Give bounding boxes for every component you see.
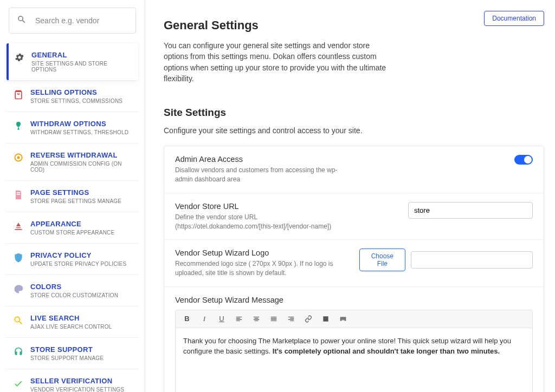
- align-left-icon[interactable]: [234, 315, 244, 323]
- underline-icon[interactable]: U: [217, 315, 227, 323]
- admin-access-toggle[interactable]: [514, 155, 533, 165]
- sidebar-item-colors[interactable]: COLORSSTORE COLOR CUSTOMIZATION: [5, 275, 139, 306]
- gear-icon: [14, 52, 25, 63]
- align-justify-icon[interactable]: [269, 315, 279, 323]
- image-icon[interactable]: [321, 315, 331, 323]
- row-vendor-store-url: Vendor Store URL Define the vendor store…: [164, 193, 544, 240]
- editor-toolbar: B I U: [176, 310, 532, 328]
- store-url-input[interactable]: [408, 202, 533, 219]
- row-desc: Disallow vendors and customers from acce…: [175, 166, 343, 184]
- row-title: Admin Area Access: [175, 155, 343, 164]
- row-wizard-logo: Vendor Setup Wizard Logo Recommended log…: [164, 240, 544, 287]
- page-icon: [13, 190, 24, 200]
- sidebar-item-page-settings[interactable]: PAGE SETTINGSSTORE PAGE SETTINGS MANAGE: [5, 181, 139, 212]
- sidebar-item-store-support[interactable]: STORE SUPPORTSTORE SUPPORT MANAGE: [5, 338, 139, 369]
- richtext-editor: B I U Thank you for choosing The Marketp…: [175, 310, 533, 392]
- editor-body[interactable]: Thank you for choosing The Marketplace t…: [176, 328, 532, 392]
- svg-point-1: [17, 156, 20, 159]
- section-sub: Configure your site settings and control…: [164, 126, 544, 135]
- sidebar-item-seller-verification[interactable]: SELLER VERIFICATIONVENDOR VERIFICATION S…: [5, 369, 139, 392]
- align-center-icon[interactable]: [251, 315, 261, 323]
- sidebar-item-privacy-policy[interactable]: PRIVACY POLICYUPDATE STORE PRIVACY POLIC…: [5, 244, 139, 275]
- row-wizard-message: Vendor Setup Wizard Message B I U: [164, 287, 544, 392]
- row-admin-area-access: Admin Area Access Disallow vendors and c…: [164, 146, 544, 193]
- keyboard-icon[interactable]: [338, 315, 348, 323]
- bold-icon[interactable]: B: [182, 315, 192, 323]
- search-box[interactable]: [9, 8, 136, 34]
- bag-icon: [13, 89, 24, 100]
- balloon-icon: [13, 121, 24, 132]
- sidebar-item-general[interactable]: GENERAL SITE SETTINGS AND STORE OPTIONS: [7, 43, 138, 81]
- sidebar-item-desc: SITE SETTINGS AND STORE OPTIONS: [31, 61, 133, 73]
- sidebar-item-selling-options[interactable]: SELLING OPTIONSSTORE SETTINGS, COMMISSIO…: [5, 81, 139, 112]
- choose-file-button[interactable]: Choose File: [359, 249, 405, 271]
- align-right-icon[interactable]: [286, 315, 296, 323]
- wizard-msg-bold: It's completely optional and shouldn't t…: [273, 347, 500, 355]
- settings-sidebar: GENERAL SITE SETTINGS AND STORE OPTIONS …: [0, 0, 145, 392]
- italic-icon[interactable]: I: [199, 315, 209, 323]
- sidebar-item-live-search[interactable]: LIVE SEARCHAJAX LIVE SEARCH CONTROL: [5, 306, 139, 338]
- verify-icon: [13, 378, 24, 389]
- target-icon: [13, 152, 24, 163]
- search-icon: [17, 15, 27, 27]
- shield-icon: [13, 252, 24, 263]
- link-icon[interactable]: [304, 315, 313, 323]
- settings-panel: Admin Area Access Disallow vendors and c…: [164, 146, 544, 392]
- sidebar-item-withdraw-options[interactable]: WITHDRAW OPTIONSWITHDRAW SETTINGS, THRES…: [5, 112, 139, 143]
- page-intro: You can configure your general site sett…: [164, 40, 391, 84]
- documentation-button[interactable]: Documentation: [484, 11, 544, 26]
- sidebar-item-reverse-withdrawal[interactable]: REVERSE WITHDRAWALADMIN COMMISSION CONFI…: [5, 143, 139, 181]
- search-big-icon: [13, 315, 24, 326]
- search-input[interactable]: [34, 16, 128, 25]
- appearance-icon: [13, 221, 24, 232]
- sidebar-item-appearance[interactable]: APPEARANCECUSTOM STORE APPEARANCE: [5, 212, 139, 244]
- section-title: Site Settings: [164, 107, 544, 119]
- palette-icon: [13, 284, 24, 295]
- sidebar-item-label: GENERAL: [31, 51, 133, 59]
- page-title: General Settings: [164, 18, 391, 32]
- main-content: General Settings You can configure your …: [145, 0, 555, 392]
- logo-file-field[interactable]: [411, 251, 533, 269]
- headset-icon: [13, 347, 24, 357]
